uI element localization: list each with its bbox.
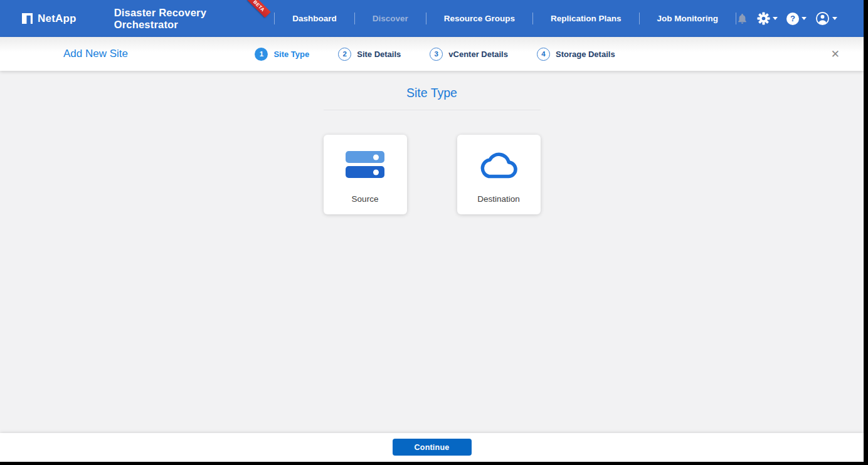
help-menu-button[interactable]: ? bbox=[786, 13, 807, 25]
source-option-card[interactable]: Source bbox=[324, 135, 407, 214]
chevron-down-icon bbox=[832, 17, 837, 20]
netapp-brand[interactable]: NetApp bbox=[22, 13, 77, 25]
continue-button[interactable]: Continue bbox=[393, 439, 472, 456]
source-icon-zone bbox=[324, 135, 407, 194]
step-label: Storage Details bbox=[556, 50, 615, 59]
server-bar bbox=[346, 166, 384, 178]
step-label: Site Details bbox=[357, 50, 401, 59]
step-label: Site Type bbox=[273, 50, 309, 59]
step-number-badge: 3 bbox=[430, 48, 443, 61]
app-title-wrap: Disaster Recovery Orchestrator BETA bbox=[114, 7, 267, 31]
notifications-bell-button[interactable] bbox=[736, 13, 748, 25]
gear-icon bbox=[757, 12, 770, 25]
close-icon[interactable]: ✕ bbox=[826, 45, 845, 63]
wizard-steps: 1 Site Type 2 Site Details 3 vCenter Det… bbox=[248, 48, 615, 61]
destination-option-card[interactable]: Destination bbox=[457, 135, 541, 214]
app-title: Disaster Recovery Orchestrator bbox=[114, 7, 206, 30]
user-account-button[interactable] bbox=[815, 11, 837, 26]
step-site-details[interactable]: 2 Site Details bbox=[338, 48, 401, 61]
destination-option-label: Destination bbox=[477, 194, 520, 204]
app-window: NetApp Disaster Recovery Orchestrator BE… bbox=[0, 0, 864, 462]
chevron-down-icon bbox=[773, 17, 778, 20]
nav-resource-groups[interactable]: Resource Groups bbox=[426, 13, 533, 24]
user-icon bbox=[815, 11, 830, 26]
help-icon: ? bbox=[786, 13, 799, 25]
destination-icon-zone bbox=[457, 135, 541, 194]
top-header: NetApp Disaster Recovery Orchestrator BE… bbox=[0, 0, 864, 37]
beta-badge: BETA bbox=[248, 0, 271, 18]
heading-divider bbox=[324, 110, 541, 110]
nav-discover[interactable]: Discover bbox=[355, 13, 426, 24]
step-storage-details[interactable]: 4 Storage Details bbox=[537, 48, 615, 61]
nav-replication-plans[interactable]: Replication Plans bbox=[533, 13, 640, 24]
step-site-type[interactable]: 1 Site Type bbox=[255, 48, 309, 61]
netapp-logo-icon bbox=[22, 13, 33, 24]
step-number-badge: 2 bbox=[338, 48, 351, 61]
wizard-title: Add New Site bbox=[63, 48, 128, 60]
chevron-down-icon bbox=[802, 17, 807, 20]
header-icons: ? bbox=[736, 11, 864, 26]
server-bar bbox=[346, 151, 384, 163]
settings-menu-button[interactable] bbox=[757, 12, 778, 25]
step-vcenter-details[interactable]: 3 vCenter Details bbox=[430, 48, 508, 61]
source-option-label: Source bbox=[352, 194, 379, 204]
main-content: Site Type Source Destination bbox=[0, 71, 864, 433]
step-label: vCenter Details bbox=[448, 50, 508, 59]
site-type-options: Source Destination bbox=[324, 135, 541, 214]
brand-name: NetApp bbox=[38, 13, 77, 25]
server-stack-icon bbox=[346, 151, 384, 178]
cloud-icon bbox=[476, 149, 521, 181]
wizard-header: Add New Site 1 Site Type 2 Site Details … bbox=[0, 37, 864, 71]
footer-bar: Continue bbox=[0, 433, 864, 461]
nav-job-monitoring[interactable]: Job Monitoring bbox=[640, 13, 736, 24]
nav-dashboard[interactable]: Dashboard bbox=[274, 13, 355, 24]
step-number-badge: 1 bbox=[255, 48, 268, 61]
step-number-badge: 4 bbox=[537, 48, 550, 61]
page-title: Site Type bbox=[406, 86, 457, 100]
server-led bbox=[373, 169, 379, 175]
server-led bbox=[373, 154, 379, 160]
bell-icon bbox=[736, 13, 748, 25]
main-nav: Dashboard Discover Resource Groups Repli… bbox=[274, 11, 736, 26]
